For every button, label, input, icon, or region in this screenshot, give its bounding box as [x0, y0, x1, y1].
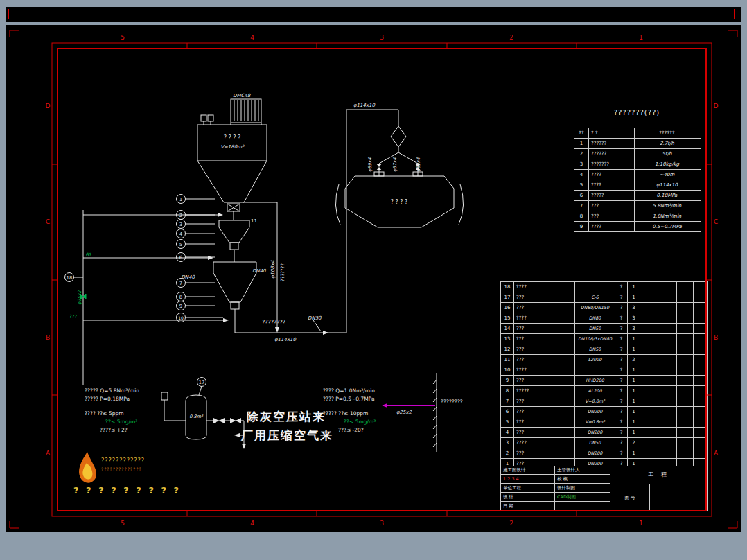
- note-line: ????? Q=5.8Nm³/min: [85, 387, 139, 395]
- table-row: 14???DN50?3: [501, 323, 707, 333]
- table-row: 15????DN80?3: [501, 313, 707, 323]
- table-row: 6?????0.18MPa: [574, 190, 701, 200]
- title-block-label: 单位工程: [501, 484, 555, 493]
- table-row: 9????0.5~0.7MPa: [574, 221, 701, 231]
- drawing-number-label: 图 号: [610, 484, 649, 511]
- table-row: 1??????2.7t/h: [574, 138, 701, 148]
- top-black-strip: [6, 7, 741, 22]
- note-line: ??≤ 5mg/m³: [344, 418, 376, 426]
- table-row: 13???DN108/3xDN80?1: [501, 333, 707, 344]
- logo-text-line2: ??????????????: [101, 466, 142, 471]
- title-block-label: 主管设计人: [555, 466, 610, 475]
- table-row: 8?????AL200?1: [501, 385, 707, 396]
- bom-parts-table: 18?????1 17???C-6?1 16???DN80/DN150?3 15…: [500, 281, 708, 480]
- title-block-grid: 施工图设计主管设计人 1 2 3 4校 核 单位工程设计制图 设 计CAD制图 …: [501, 466, 610, 511]
- note-line: ???≤ -20?: [338, 426, 376, 435]
- tech-characteristics-table: ??? ??????? 1??????2.7t/h 2??????5t/h 3?…: [574, 128, 701, 232]
- table-row: 8???1.0Nm³/min: [574, 211, 701, 221]
- table-row: ??? ???????: [574, 128, 701, 138]
- title-block-right: 工 程 图 号: [610, 466, 707, 511]
- note-line: ????≤ +2?: [100, 426, 139, 435]
- note-line: ??≤ 5mg/m³: [105, 418, 139, 426]
- title-block-label: [555, 502, 610, 511]
- title-block-label: 1 2 3 4: [501, 475, 555, 484]
- air-supply-note-1: ????? Q=5.8Nm³/min ????? P=0.18MPa ???? …: [85, 387, 139, 435]
- table-row: 2??????5t/h: [574, 148, 701, 159]
- table-row: 6???DN200?1: [501, 406, 707, 417]
- cad-drawing-preview: ???????(??) ??? ??????? 1??????2.7t/h 2?…: [0, 0, 747, 560]
- title-block-label: 日 期: [501, 502, 555, 511]
- logo-text-line3: ? ? ? ? ? ? ? ? ?: [73, 485, 181, 496]
- title-block-label: 设 计: [501, 493, 555, 502]
- project-label: 工 程: [610, 466, 707, 484]
- table-row: 18?????1: [501, 282, 707, 292]
- plant-air-label: 厂用压缩空气来: [241, 428, 333, 444]
- table-row: 2???DN200?1: [501, 448, 707, 458]
- table-row: 5???V=0.6m³?1: [501, 417, 707, 427]
- drawing-number-row: 图 号: [610, 484, 707, 511]
- table-row: 4????~40m: [574, 169, 701, 180]
- note-line: ???? ??≤ 5ppm: [85, 410, 139, 418]
- drawing-number-box: [649, 484, 707, 511]
- title-block-label: 施工图设计: [501, 466, 555, 475]
- logo-text-line1: ????????????: [101, 457, 145, 464]
- table-row: 10?????1: [501, 365, 707, 375]
- note-line: ???? P=0.5~0.7MPa: [323, 395, 376, 403]
- title-block: 施工图设计主管设计人 1 2 3 4校 核 单位工程设计制图 设 计CAD制图 …: [500, 466, 708, 511]
- tech-table-title: ???????(??): [574, 109, 700, 116]
- note-line: ????? ??≤ 10ppm: [323, 410, 376, 418]
- ash-station-air-label: 除灰空压站来: [247, 409, 326, 425]
- table-row: 7???5.8Nm³/min: [574, 200, 701, 211]
- title-block-label: 校 核: [555, 475, 610, 484]
- table-row: 16???DN80/DN150?3: [501, 302, 707, 313]
- table-row: 9???HHD200?1: [501, 375, 707, 385]
- table-row: 11???L2000?2: [501, 354, 707, 365]
- table-row: 3????DN50?2: [501, 437, 707, 448]
- note-line: ????? P=0.18MPa: [85, 395, 139, 403]
- table-row: 4???DN200?1: [501, 427, 707, 437]
- table-row: 3???????1:10kg/kg: [574, 159, 701, 169]
- table-row: 5????φ114x10: [574, 180, 701, 190]
- table-row: 7???V=0.8m³?1: [501, 396, 707, 406]
- table-row: 17???C-6?1: [501, 292, 707, 302]
- title-block-label: CAD制图: [555, 493, 610, 502]
- note-line: ???? Q=1.0Nm³/min: [323, 387, 376, 395]
- table-row: 12???DN50?1: [501, 344, 707, 354]
- title-block-label: 设计制图: [555, 484, 610, 493]
